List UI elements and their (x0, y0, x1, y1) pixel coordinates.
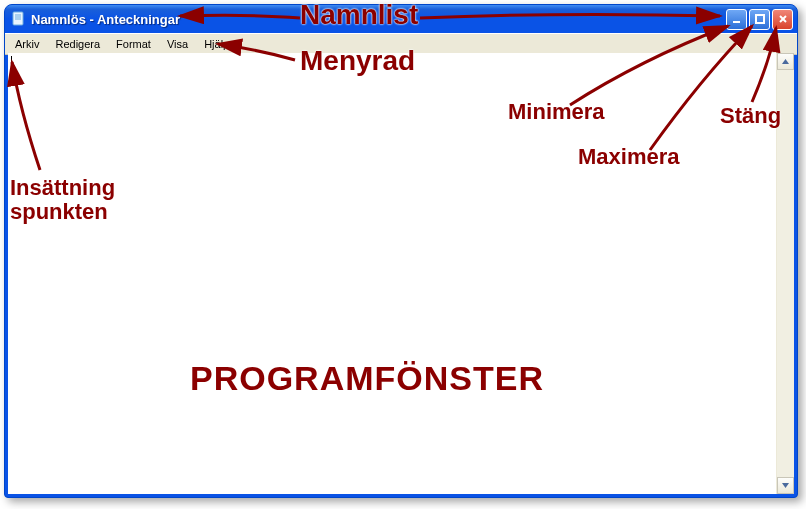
window-title: Namnlös - Anteckningar (31, 12, 726, 27)
svg-marker-9 (782, 483, 789, 488)
menu-bar: Arkiv Redigera Format Visa Hjälp (5, 33, 797, 55)
maximize-button[interactable] (749, 9, 770, 30)
close-button[interactable] (772, 9, 793, 30)
menu-format[interactable]: Format (108, 36, 159, 52)
menu-redigera[interactable]: Redigera (47, 36, 108, 52)
client-area (8, 53, 794, 494)
scroll-down-button[interactable] (777, 477, 794, 494)
menu-visa[interactable]: Visa (159, 36, 196, 52)
text-area[interactable] (8, 53, 776, 494)
window-controls (726, 9, 793, 30)
notepad-icon (11, 11, 27, 27)
svg-rect-4 (733, 21, 740, 23)
title-bar[interactable]: Namnlös - Anteckningar (5, 5, 797, 33)
vertical-scrollbar[interactable] (776, 53, 794, 494)
insertion-point-caret (11, 56, 12, 70)
menu-hjalp[interactable]: Hjälp (196, 36, 237, 52)
menu-arkiv[interactable]: Arkiv (7, 36, 47, 52)
svg-rect-5 (756, 15, 764, 23)
app-window: Namnlös - Anteckningar Arkiv Redigera Fo… (4, 4, 798, 498)
svg-marker-8 (782, 59, 789, 64)
scroll-up-button[interactable] (777, 53, 794, 70)
minimize-button[interactable] (726, 9, 747, 30)
